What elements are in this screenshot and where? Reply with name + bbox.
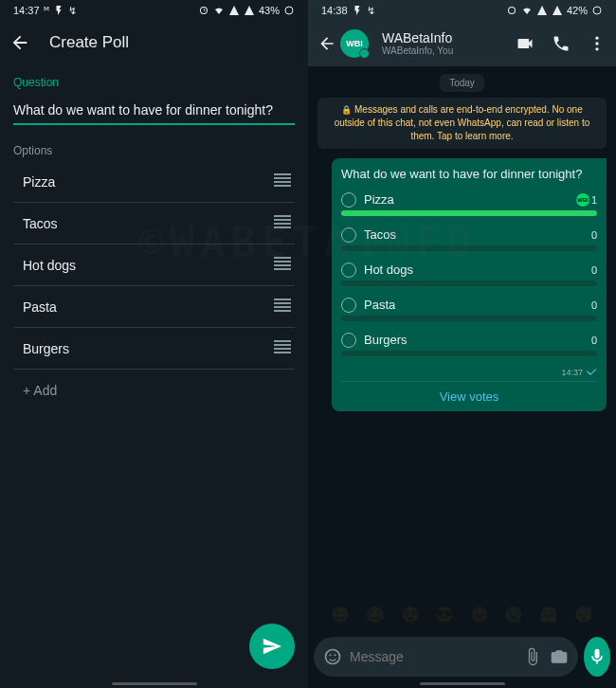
- poll-message[interactable]: What do we want to have for dinner tonig…: [332, 158, 607, 411]
- drag-handle-icon[interactable]: [270, 257, 295, 274]
- more-icon[interactable]: [588, 34, 607, 53]
- poll-option-label: Hot dogs: [364, 263, 584, 277]
- message-input[interactable]: [350, 649, 516, 664]
- poll-option[interactable]: Pasta 0: [341, 298, 597, 321]
- message-input-pill: [314, 637, 578, 677]
- encryption-notice[interactable]: 🔒 Messages and calls are end-to-end encr…: [317, 98, 607, 149]
- camera-icon[interactable]: [550, 647, 569, 666]
- drag-handle-icon[interactable]: [270, 340, 295, 357]
- svg-point-23: [595, 42, 598, 45]
- signal-icon: [228, 5, 240, 16]
- poll-option[interactable]: Tacos 0: [341, 227, 597, 251]
- home-indicator: [112, 682, 197, 685]
- option-input[interactable]: [13, 216, 270, 231]
- battery-icon: [591, 5, 603, 16]
- poll-options: Pizza WBI 1 Tacos 0 Hot dogs 0: [341, 192, 597, 356]
- radio-icon[interactable]: [341, 227, 356, 243]
- chat-screen: 14:38 ↯ 42% WBI WABetaInfo WABetaInfo, Y…: [308, 0, 616, 688]
- chat-name: WABetaInfo: [382, 31, 508, 45]
- radio-icon[interactable]: [341, 192, 356, 208]
- attach-icon[interactable]: [523, 647, 542, 666]
- chat-info[interactable]: WABetaInfo WABetaInfo, You: [382, 31, 508, 56]
- chat-members: WABetaInfo, You: [382, 45, 508, 56]
- send-icon: [262, 636, 282, 657]
- option-input[interactable]: [13, 174, 270, 190]
- voter-avatar: WBI: [576, 193, 589, 207]
- battery-pct: 43%: [259, 5, 280, 16]
- svg-rect-18: [274, 344, 291, 346]
- radio-icon[interactable]: [341, 298, 356, 313]
- header: Create Poll: [0, 21, 308, 64]
- drag-handle-icon[interactable]: [270, 299, 295, 316]
- status-time: 14:37: [13, 5, 40, 16]
- poll-option[interactable]: Pizza WBI 1: [341, 192, 597, 216]
- charging-icon: [352, 5, 363, 16]
- svg-rect-8: [274, 226, 291, 228]
- wifi-icon: [521, 5, 533, 16]
- date-chip: Today: [440, 74, 484, 92]
- home-indicator: [420, 682, 505, 685]
- notif-icon: ↯: [367, 5, 375, 17]
- options-list: [0, 161, 308, 370]
- svg-rect-19: [274, 348, 291, 350]
- video-call-icon[interactable]: [516, 34, 534, 53]
- svg-rect-16: [274, 310, 291, 312]
- poll-progress-bar: [341, 210, 597, 216]
- voice-call-icon[interactable]: [552, 34, 571, 53]
- svg-rect-4: [274, 185, 291, 187]
- poll-option-label: Pizza: [364, 192, 569, 207]
- emoji-strip: 😀😂😍😎😡😭🤗😴: [308, 606, 616, 624]
- view-votes-button[interactable]: View votes: [341, 381, 597, 407]
- svg-rect-10: [274, 261, 291, 263]
- mic-button[interactable]: [584, 637, 610, 677]
- svg-point-24: [595, 47, 598, 50]
- option-row: [13, 161, 295, 203]
- svg-rect-7: [274, 223, 291, 225]
- svg-point-27: [335, 654, 336, 656]
- svg-rect-6: [274, 219, 291, 221]
- poll-question: What do we want to have for dinner tonig…: [341, 166, 597, 183]
- avatar[interactable]: WBI: [340, 29, 369, 58]
- battery-pct: 42%: [567, 5, 588, 16]
- drag-handle-icon[interactable]: [270, 173, 295, 190]
- poll-option-label: Tacos: [364, 227, 584, 242]
- page-title: Create Poll: [49, 33, 129, 52]
- svg-rect-14: [274, 302, 291, 304]
- option-row: [13, 203, 295, 244]
- poll-progress-bar: [341, 316, 597, 321]
- svg-rect-9: [274, 257, 291, 259]
- signal2-icon: [552, 5, 563, 16]
- drag-handle-icon[interactable]: [270, 215, 295, 232]
- poll-option[interactable]: Hot dogs 0: [341, 263, 597, 286]
- mic-icon: [588, 647, 607, 666]
- chat-header: WBI WABetaInfo WABetaInfo, You: [308, 21, 616, 66]
- svg-rect-12: [274, 268, 291, 270]
- vote-count: 0: [591, 335, 597, 346]
- back-icon[interactable]: [9, 32, 30, 53]
- back-button[interactable]: [317, 34, 336, 53]
- poll-option-label: Pasta: [364, 298, 584, 312]
- option-input[interactable]: [13, 258, 270, 273]
- radio-icon[interactable]: [341, 333, 356, 348]
- svg-rect-11: [274, 264, 291, 266]
- poll-option[interactable]: Burgers 0: [341, 333, 597, 356]
- status-bar: 14:38 ↯ 42%: [308, 0, 616, 21]
- radio-icon[interactable]: [341, 263, 356, 278]
- lock-icon: 🔒: [341, 105, 352, 115]
- notif-icon: ↯: [68, 5, 77, 17]
- vote-count: 0: [591, 299, 597, 311]
- status-bar: 14:37 ᴹ ↯ 43%: [0, 0, 308, 21]
- charging-icon: [53, 5, 64, 16]
- add-option-button[interactable]: + Add: [0, 370, 308, 411]
- send-poll-button[interactable]: [249, 624, 295, 669]
- vote-count: 0: [591, 229, 597, 241]
- poll-progress-bar: [341, 281, 597, 286]
- question-label: Question: [13, 76, 295, 89]
- option-input[interactable]: [13, 341, 270, 356]
- emoji-icon[interactable]: [323, 647, 342, 666]
- option-row: [13, 244, 295, 286]
- poll-progress-bar: [341, 245, 597, 251]
- question-input[interactable]: [13, 97, 295, 125]
- option-input[interactable]: [13, 299, 270, 315]
- message-input-bar: [314, 637, 610, 677]
